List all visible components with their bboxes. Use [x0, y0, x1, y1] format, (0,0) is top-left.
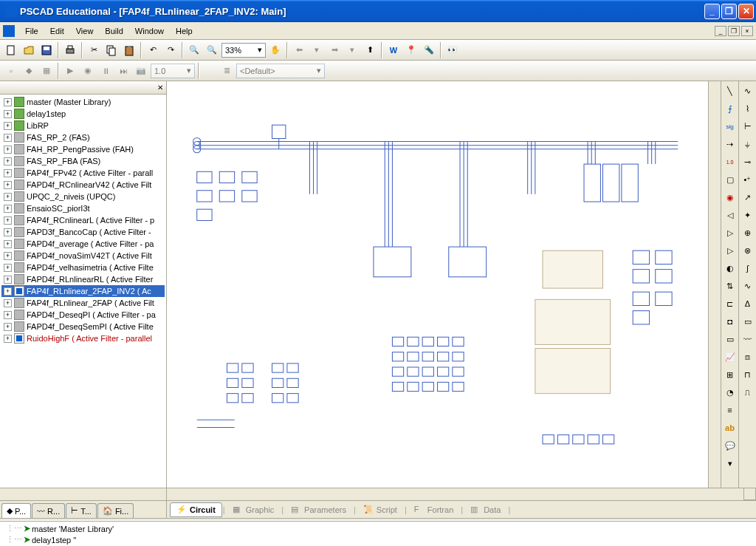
- new-button[interactable]: [3, 42, 19, 58]
- box-icon[interactable]: ▢: [723, 173, 738, 186]
- left-tab[interactable]: ⊢T...: [66, 503, 97, 518]
- canvas-hscrollbar[interactable]: [167, 488, 743, 500]
- expand-icon[interactable]: +: [4, 146, 12, 154]
- minimize-button[interactable]: _: [704, 4, 720, 19]
- pan-button[interactable]: ✋: [267, 42, 284, 58]
- dot-icon[interactable]: •⁺: [740, 173, 755, 186]
- expand-icon[interactable]: +: [4, 264, 12, 272]
- nav-fwd-menu[interactable]: ▾: [344, 42, 360, 58]
- layer-toggle-button[interactable]: ≣: [219, 63, 235, 79]
- port-icon[interactable]: ⊸: [740, 155, 755, 168]
- step-icon[interactable]: ⎍: [740, 386, 755, 399]
- zoom-out-button[interactable]: 🔍: [204, 42, 220, 58]
- project-tree[interactable]: +master (Master Library)+delay1step+LibR…: [0, 95, 166, 488]
- close-button[interactable]: ✕: [738, 4, 754, 19]
- stop-button[interactable]: ◉: [80, 63, 96, 79]
- expand-icon[interactable]: +: [4, 311, 12, 319]
- button-icon[interactable]: ◘: [723, 315, 738, 328]
- sine-icon[interactable]: ∿: [740, 279, 755, 293]
- freq-icon[interactable]: ⨍: [723, 102, 738, 115]
- wire-icon[interactable]: ╲: [723, 84, 738, 98]
- left-tab[interactable]: 〰R...: [32, 503, 65, 518]
- menu-window[interactable]: Window: [129, 25, 170, 37]
- tree-item[interactable]: +UPQC_2_niveis (UPQC): [1, 191, 165, 202]
- canvas-tab-graphic[interactable]: ▦Graphic: [226, 502, 281, 517]
- menu-edit[interactable]: Edit: [44, 25, 70, 37]
- canvas-vscrollbar[interactable]: [708, 81, 721, 488]
- canvas-tab-script[interactable]: 📜Script: [357, 502, 404, 517]
- mult-icon[interactable]: ⊗: [740, 244, 755, 257]
- tree-item[interactable]: +FAPD4f_velhasimetria ( Active Filte: [1, 262, 165, 273]
- gauge-icon[interactable]: ◔: [723, 386, 738, 399]
- switch-icon[interactable]: ⊏: [723, 297, 738, 310]
- expand-icon[interactable]: +: [4, 122, 12, 130]
- tree-item[interactable]: +FAPD4f_RCnlinearV42 ( Active Filt: [1, 179, 165, 191]
- lines-icon[interactable]: ≡: [723, 403, 738, 417]
- graph-icon[interactable]: ▭: [723, 332, 738, 346]
- sum-icon[interactable]: ⊕: [740, 226, 755, 239]
- layer-combo[interactable]: <Default>▾: [236, 64, 325, 78]
- expand-icon[interactable]: +: [4, 110, 12, 118]
- tree-item[interactable]: +RuidoHighF ( Active Filter - parallel: [1, 332, 165, 344]
- output-row[interactable]: ⋮⋯➤delay1step '': [6, 534, 750, 545]
- expand-icon[interactable]: +: [4, 299, 12, 307]
- copy-button[interactable]: [103, 42, 120, 58]
- tree-item[interactable]: +FAPD4f_DeseqPI ( Active Filter - pa: [1, 309, 165, 321]
- paste-button[interactable]: [121, 42, 137, 58]
- tree-item[interactable]: +FAS_RP_FBA (FAS): [1, 155, 165, 167]
- nav-fwd-button[interactable]: ➡: [326, 42, 343, 58]
- tree-item[interactable]: +LibRP: [1, 120, 165, 132]
- triangleB-icon[interactable]: ▷: [723, 244, 738, 257]
- comp-icon[interactable]: ⧈: [740, 350, 755, 364]
- print-button[interactable]: [62, 42, 78, 58]
- mdi-close[interactable]: ×: [741, 26, 753, 36]
- save-button[interactable]: [38, 42, 55, 58]
- speaker-icon[interactable]: ◁: [723, 208, 738, 222]
- tree-item[interactable]: +EnsaioSC_piorI3t: [1, 202, 165, 214]
- limit-icon[interactable]: ⊓: [740, 368, 755, 381]
- canvas-tab-data[interactable]: ▥Data: [464, 502, 507, 517]
- bubble-icon[interactable]: 💬: [723, 439, 738, 452]
- zoom-in-button[interactable]: 🔍: [186, 42, 202, 58]
- xy-icon[interactable]: ⊞: [723, 368, 738, 381]
- meter-icon[interactable]: ◐: [723, 262, 738, 275]
- expand-icon[interactable]: +: [4, 287, 12, 296]
- expand-icon[interactable]: +: [4, 252, 12, 260]
- ground-icon[interactable]: ⏚: [740, 137, 755, 151]
- tree-item[interactable]: +FAPD4f_average ( Active Filter - pa: [1, 238, 165, 250]
- output-row[interactable]: ⋮⋯➤master 'Master Library': [6, 523, 750, 534]
- canvas-tab-parameters[interactable]: ▤Parameters: [284, 502, 353, 517]
- matrix-button[interactable]: ▦: [38, 63, 55, 79]
- signal-icon[interactable]: sig: [723, 120, 738, 133]
- menu-build[interactable]: Build: [99, 25, 128, 37]
- expand-icon[interactable]: +: [4, 216, 12, 225]
- tree-item[interactable]: +FAPD3f_BancoCap ( Active Filter -: [1, 226, 165, 238]
- tree-item[interactable]: +FAPD4f_novaSimV42T ( Active Filt: [1, 250, 165, 262]
- find-button[interactable]: 🔦: [421, 42, 437, 58]
- tree-item[interactable]: +FAP4f_FPv42 ( Active Filter - parall: [1, 167, 165, 179]
- triangleA-icon[interactable]: ▷: [723, 226, 738, 239]
- menu-file[interactable]: File: [19, 25, 44, 37]
- wave-icon[interactable]: 〰: [740, 332, 755, 346]
- diff-icon[interactable]: Δ: [740, 297, 755, 310]
- app-menu-icon[interactable]: [3, 25, 15, 37]
- expand-icon[interactable]: +: [4, 276, 12, 284]
- tree-item[interactable]: +master (Master Library): [1, 96, 165, 108]
- expand-icon[interactable]: +: [4, 228, 12, 236]
- tree-item[interactable]: +FAP4f_RLnlinear_2FAP ( Active Filt: [1, 297, 165, 309]
- left-tab[interactable]: ◆P...: [1, 503, 31, 518]
- tree-hscrollbar[interactable]: [0, 488, 166, 500]
- nav-up-button[interactable]: ⬆: [362, 42, 378, 58]
- add-comp-button[interactable]: ▫: [3, 63, 19, 79]
- nav-back-menu[interactable]: ▾: [309, 42, 325, 58]
- chevron-down-icon[interactable]: ▾: [723, 457, 738, 470]
- expand-icon[interactable]: +: [4, 193, 12, 201]
- expand-icon[interactable]: +: [4, 335, 12, 343]
- inductor-icon[interactable]: ⌇: [740, 102, 755, 115]
- pause-button[interactable]: ⏸: [97, 63, 114, 79]
- zoom-combo[interactable]: 33%▾: [221, 43, 266, 58]
- layers-button[interactable]: ◆: [21, 63, 37, 79]
- mdi-minimize[interactable]: _: [715, 26, 726, 36]
- tree-item[interactable]: +delay1step: [1, 108, 165, 120]
- tree-item[interactable]: +FAP4f_RCnlinearL ( Active Filter - p: [1, 214, 165, 226]
